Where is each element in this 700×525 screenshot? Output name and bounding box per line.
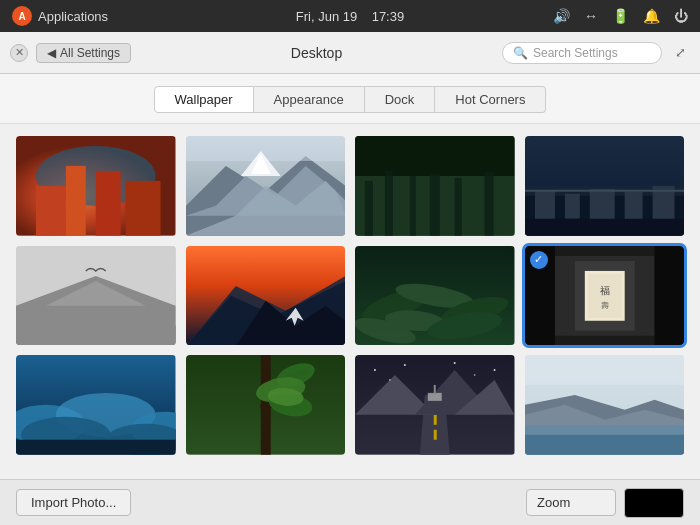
wallpaper-item-5[interactable]	[16, 246, 176, 346]
svg-rect-2	[36, 186, 66, 236]
close-button[interactable]: ✕	[10, 44, 28, 62]
svg-rect-20	[455, 178, 462, 236]
wallpaper-item-12[interactable]	[525, 355, 685, 455]
expand-button[interactable]: ⤢	[670, 43, 690, 63]
volume-icon[interactable]: 🔊	[553, 8, 570, 24]
power-icon[interactable]: ⏻	[674, 8, 688, 24]
wallpaper-item-3[interactable]	[355, 136, 515, 236]
svg-rect-3	[126, 181, 161, 236]
notification-icon[interactable]: 🔔	[643, 8, 660, 24]
bottom-right-controls: Zoom Stretch Centered Scaled Spanned	[526, 488, 684, 518]
svg-rect-25	[534, 191, 554, 221]
all-settings-button[interactable]: ◀ All Settings	[36, 43, 131, 63]
wallpaper-item-4[interactable]	[525, 136, 685, 236]
wallpaper-item-8[interactable]: ✓ 福 壽	[525, 246, 685, 346]
svg-rect-28	[624, 192, 642, 220]
svg-rect-78	[434, 430, 437, 440]
svg-rect-14	[355, 136, 515, 176]
wallpaper-grid: ✓ 福 壽	[16, 136, 684, 455]
import-photo-button[interactable]: Import Photo...	[16, 489, 131, 516]
time-display: 17:39	[372, 9, 405, 24]
svg-rect-77	[434, 415, 437, 425]
bottom-bar: Import Photo... Zoom Stretch Centered Sc…	[0, 479, 700, 525]
top-bar-right: 🔊 ↔ 🔋 🔔 ⏻	[553, 8, 688, 24]
color-swatch[interactable]	[624, 488, 684, 518]
top-bar-left: A Applications	[12, 6, 108, 26]
wallpaper-item-2[interactable]	[186, 136, 346, 236]
svg-point-86	[389, 379, 391, 381]
wallpaper-item-10[interactable]	[186, 355, 346, 455]
svg-rect-5	[96, 171, 121, 236]
svg-point-84	[454, 362, 456, 364]
network-icon[interactable]: ↔	[584, 8, 598, 24]
svg-point-83	[404, 364, 406, 366]
svg-text:壽: 壽	[600, 300, 608, 309]
svg-rect-26	[564, 194, 579, 219]
svg-rect-18	[410, 176, 416, 236]
tab-bar: Wallpaper Appearance Dock Hot Corners	[0, 74, 700, 124]
svg-rect-89	[434, 385, 436, 395]
svg-point-85	[494, 369, 496, 371]
top-bar-center: Fri, Jun 19 17:39	[296, 9, 404, 24]
wallpaper-item-1[interactable]	[16, 136, 176, 236]
selected-checkmark: ✓	[530, 251, 548, 269]
svg-rect-27	[589, 189, 614, 221]
wallpaper-item-6[interactable]	[186, 246, 346, 346]
tab-hot-corners[interactable]: Hot Corners	[435, 86, 546, 113]
date-display: Fri, Jun 19	[296, 9, 357, 24]
svg-rect-96	[525, 355, 685, 385]
svg-rect-21	[485, 172, 494, 236]
tab-appearance[interactable]: Appearance	[254, 86, 365, 113]
window-title: Desktop	[139, 45, 494, 61]
app-icon: A	[12, 6, 32, 26]
svg-rect-64	[16, 440, 176, 455]
back-arrow-icon: ◀	[47, 46, 56, 60]
tab-wallpaper[interactable]: Wallpaper	[154, 86, 254, 113]
main-content: ✓ 福 壽	[0, 124, 700, 479]
battery-icon[interactable]: 🔋	[612, 8, 629, 24]
search-icon: 🔍	[513, 46, 528, 60]
search-bar[interactable]: 🔍 Search Settings	[502, 42, 662, 64]
svg-rect-17	[385, 171, 393, 236]
close-icon: ✕	[15, 46, 24, 59]
expand-icon: ⤢	[675, 45, 686, 60]
svg-point-82	[374, 369, 376, 371]
svg-rect-95	[525, 435, 685, 455]
app-name: Applications	[38, 9, 108, 24]
all-settings-label: All Settings	[60, 46, 120, 60]
wallpaper-item-7[interactable]	[355, 246, 515, 346]
svg-rect-57	[654, 246, 684, 346]
svg-point-87	[474, 375, 476, 377]
svg-rect-16	[365, 181, 373, 236]
svg-rect-4	[66, 166, 86, 236]
top-bar: A Applications Fri, Jun 19 17:39 🔊 ↔ 🔋 🔔…	[0, 0, 700, 32]
search-placeholder-text: Search Settings	[533, 46, 618, 60]
zoom-select[interactable]: Zoom Stretch Centered Scaled Spanned	[526, 489, 616, 516]
app-icon-letter: A	[18, 11, 25, 22]
wallpaper-item-9[interactable]	[16, 355, 176, 455]
title-bar: ✕ ◀ All Settings Desktop 🔍 Search Settin…	[0, 32, 700, 74]
svg-rect-19	[430, 174, 440, 236]
tab-dock[interactable]: Dock	[365, 86, 436, 113]
svg-text:福: 福	[599, 285, 609, 296]
wallpaper-item-11[interactable]	[355, 355, 515, 455]
svg-rect-30	[525, 219, 685, 236]
